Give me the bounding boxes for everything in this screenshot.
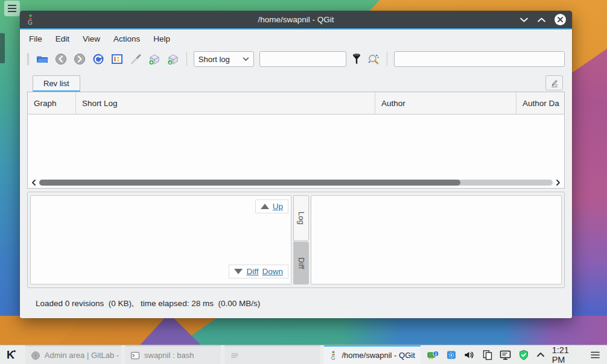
refresh-icon[interactable] bbox=[92, 52, 105, 66]
kde-logo-icon: K bbox=[4, 348, 17, 362]
qgit-window: G /home/swapnil - QGit File Edit View Ac… bbox=[20, 11, 572, 318]
toolbar-separator bbox=[186, 52, 187, 66]
horizontal-scrollbar[interactable] bbox=[28, 177, 564, 188]
network-card-icon[interactable] bbox=[427, 350, 439, 360]
filter-funnel-icon[interactable] bbox=[352, 52, 361, 66]
menu-file[interactable]: File bbox=[22, 30, 49, 48]
up-link[interactable]: Up bbox=[273, 202, 283, 211]
highlight-search-icon[interactable] bbox=[367, 52, 380, 66]
window-title: /home/swapnil - QGit bbox=[20, 15, 572, 24]
scrollbar-thumb[interactable] bbox=[39, 180, 460, 186]
clipboard-icon[interactable] bbox=[482, 350, 493, 360]
detail-panes: Up Diff Down Log Diff bbox=[27, 192, 565, 288]
volume-icon[interactable] bbox=[463, 350, 475, 360]
toolbar: Short log bbox=[20, 48, 572, 70]
qgit-icon: G bbox=[329, 350, 337, 361]
menu-view[interactable]: View bbox=[76, 30, 107, 48]
revision-filter-input[interactable] bbox=[259, 51, 346, 67]
column-header-author-date[interactable]: Author Da bbox=[516, 92, 564, 114]
maximize-icon[interactable] bbox=[537, 17, 546, 23]
column-header-short-log[interactable]: Short Log bbox=[76, 92, 375, 114]
expand-tray-icon[interactable] bbox=[536, 351, 545, 359]
task-label: swapnil : bash bbox=[144, 351, 194, 360]
search-input[interactable] bbox=[394, 51, 565, 67]
security-shield-icon[interactable] bbox=[518, 350, 529, 360]
menu-edit[interactable]: Edit bbox=[49, 30, 76, 48]
rev-list-table: Graph Short Log Author Author Da bbox=[27, 92, 565, 189]
open-repository-icon[interactable] bbox=[36, 52, 49, 66]
task-label: Admin area | GitLab - bbox=[45, 351, 119, 360]
taskbar: K Admin area | GitLab - swapnil : bash bbox=[0, 345, 607, 364]
side-tab-diff[interactable]: Diff bbox=[293, 242, 309, 284]
taskbar-item-qgit[interactable]: G /home/swapnil - QGit bbox=[324, 345, 420, 364]
svg-text:K: K bbox=[7, 349, 14, 361]
column-header-graph[interactable]: Graph bbox=[28, 92, 76, 114]
toolbar-separator bbox=[387, 52, 387, 66]
software-updates-icon[interactable] bbox=[446, 350, 457, 360]
apply-patch-icon[interactable] bbox=[148, 52, 161, 66]
diff-link[interactable]: Diff bbox=[246, 267, 258, 276]
desktop: G /home/swapnil - QGit File Edit View Ac… bbox=[0, 0, 607, 364]
scrollbar-track[interactable] bbox=[39, 180, 553, 186]
taskbar-item-bash[interactable]: swapnil : bash bbox=[125, 345, 221, 364]
forward-icon[interactable] bbox=[73, 52, 86, 66]
tab-rev-list[interactable]: Rev list bbox=[33, 75, 80, 92]
task-label: /home/swapnil - QGit bbox=[342, 351, 415, 360]
file-list-pane[interactable] bbox=[311, 195, 562, 284]
triangle-down-icon bbox=[234, 269, 243, 274]
taskbar-item-gitlab[interactable]: Admin area | GitLab - bbox=[25, 345, 121, 364]
chevron-down-icon bbox=[243, 57, 249, 61]
menubar: File Edit View Actions Help bbox=[20, 30, 572, 48]
minimize-icon[interactable] bbox=[520, 17, 529, 23]
log-type-combobox[interactable]: Short log bbox=[194, 51, 254, 67]
desktop-toolbox-button[interactable] bbox=[4, 1, 20, 16]
scroll-left-icon[interactable] bbox=[31, 179, 37, 186]
window-icon bbox=[230, 351, 240, 360]
status-bar: Loaded 0 revisions (0 KB), time elapsed:… bbox=[27, 288, 565, 318]
view-tree-icon[interactable] bbox=[110, 52, 124, 66]
annotate-icon bbox=[549, 78, 560, 89]
screen-edge-artifact bbox=[0, 33, 5, 63]
table-body-empty[interactable] bbox=[28, 115, 564, 177]
scroll-right-icon[interactable] bbox=[555, 179, 561, 186]
wand-icon[interactable] bbox=[129, 52, 142, 66]
kde-launcher-button[interactable]: K bbox=[0, 345, 22, 364]
scroll-down-link-box: Diff Down bbox=[229, 265, 288, 278]
terminal-icon bbox=[130, 351, 140, 360]
menu-actions[interactable]: Actions bbox=[107, 30, 147, 48]
taskbar-item-untitled[interactable] bbox=[224, 345, 320, 364]
side-tab-log[interactable]: Log bbox=[293, 195, 309, 241]
log-pane[interactable]: Up Diff Down bbox=[30, 195, 291, 284]
globe-icon bbox=[31, 351, 40, 360]
toolbar-drag-handle[interactable] bbox=[27, 53, 29, 65]
display-icon[interactable] bbox=[500, 350, 512, 360]
column-header-author[interactable]: Author bbox=[375, 92, 516, 114]
hamburger-icon bbox=[8, 8, 16, 9]
format-patch-icon[interactable] bbox=[167, 52, 180, 66]
system-tray: 1:21 PM bbox=[421, 345, 607, 364]
back-icon[interactable] bbox=[54, 52, 68, 66]
panel-menu-icon[interactable] bbox=[590, 351, 600, 359]
tabbar: Rev list bbox=[27, 75, 565, 92]
titlebar[interactable]: G /home/swapnil - QGit bbox=[20, 11, 572, 30]
down-link[interactable]: Down bbox=[262, 267, 283, 276]
pane-side-tabs: Log Diff bbox=[293, 195, 309, 284]
scroll-up-link-box: Up bbox=[255, 199, 288, 213]
triangle-up-icon bbox=[261, 204, 269, 209]
log-type-value: Short log bbox=[199, 55, 230, 64]
table-header: Graph Short Log Author Author Da bbox=[28, 92, 564, 115]
clock[interactable]: 1:21 PM bbox=[552, 345, 583, 364]
close-icon[interactable] bbox=[555, 14, 566, 25]
svg-text:G: G bbox=[331, 355, 335, 361]
menu-help[interactable]: Help bbox=[147, 30, 177, 48]
main-content: Rev list Graph Short Log Author Author D… bbox=[20, 70, 572, 318]
annotate-toolbutton[interactable] bbox=[545, 75, 563, 90]
